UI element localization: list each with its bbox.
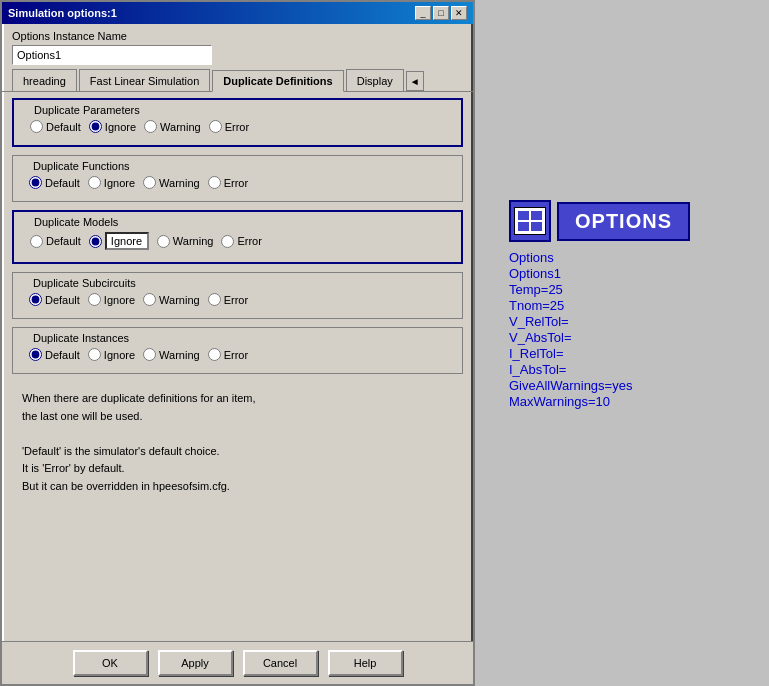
params-ignore[interactable]: Ignore <box>89 120 136 133</box>
subcircuits-warning[interactable]: Warning <box>143 293 200 306</box>
options-icon <box>509 200 551 242</box>
functions-warning[interactable]: Warning <box>143 176 200 189</box>
subcircuits-ignore[interactable]: Ignore <box>88 293 135 306</box>
option-item-2[interactable]: Temp=25 <box>509 282 749 297</box>
duplicate-parameters-legend: Duplicate Parameters <box>30 104 453 116</box>
main-content: Duplicate Parameters Default Ignore Warn… <box>2 92 473 684</box>
dialog-window: Simulation options:1 _ □ ✕ Options Insta… <box>0 0 475 686</box>
icon-cell-2 <box>531 211 542 220</box>
tab-threading[interactable]: hreading <box>12 69 77 91</box>
option-item-4[interactable]: V_RelTol= <box>509 314 749 329</box>
models-error[interactable]: Error <box>221 235 261 248</box>
options-header: OPTIONS <box>509 200 749 242</box>
models-ignore[interactable]: Ignore <box>89 232 149 250</box>
option-item-0[interactable]: Options <box>509 250 749 265</box>
options-title: OPTIONS <box>557 202 690 241</box>
tab-fast-linear[interactable]: Fast Linear Simulation <box>79 69 210 91</box>
duplicate-functions-options: Default Ignore Warning Error <box>21 172 454 193</box>
option-item-6[interactable]: I_RelTol= <box>509 346 749 361</box>
tab-display[interactable]: Display <box>346 69 404 91</box>
title-bar-controls: _ □ ✕ <box>415 6 467 20</box>
instance-name-input[interactable] <box>12 45 212 65</box>
tabs-container: hreading Fast Linear Simulation Duplicat… <box>2 69 473 92</box>
duplicate-subcircuits-legend: Duplicate Subcircuits <box>29 277 454 289</box>
info-line-5: But it can be overridden in hpeesofsim.c… <box>22 478 453 496</box>
instances-ignore[interactable]: Ignore <box>88 348 135 361</box>
title-bar: Simulation options:1 _ □ ✕ <box>2 2 473 24</box>
duplicate-instances-group: Duplicate Instances Default Ignore Warni… <box>12 327 463 374</box>
option-item-7[interactable]: I_AbsTol= <box>509 362 749 377</box>
option-item-5[interactable]: V_AbsTol= <box>509 330 749 345</box>
duplicate-functions-legend: Duplicate Functions <box>29 160 454 172</box>
info-line-3: 'Default' is the simulator's default cho… <box>22 443 453 461</box>
icon-cell-4 <box>531 222 542 231</box>
duplicate-instances-options: Default Ignore Warning Error <box>21 344 454 365</box>
tab-duplicate-definitions[interactable]: Duplicate Definitions <box>212 70 343 92</box>
models-default[interactable]: Default <box>30 235 81 248</box>
icon-cell-3 <box>518 222 529 231</box>
duplicate-functions-group: Duplicate Functions Default Ignore Warni… <box>12 155 463 202</box>
instance-name-area: Options Instance Name <box>2 24 473 69</box>
duplicate-subcircuits-group: Duplicate Subcircuits Default Ignore War… <box>12 272 463 319</box>
subcircuits-error[interactable]: Error <box>208 293 248 306</box>
functions-error[interactable]: Error <box>208 176 248 189</box>
close-button[interactable]: ✕ <box>451 6 467 20</box>
option-item-3[interactable]: Tnom=25 <box>509 298 749 313</box>
functions-ignore[interactable]: Ignore <box>88 176 135 189</box>
tab-scroll-arrow[interactable]: ◄ <box>406 71 424 91</box>
ignore-badge: Ignore <box>105 232 149 250</box>
scrollable-content: Duplicate Parameters Default Ignore Warn… <box>2 92 473 684</box>
option-item-9[interactable]: MaxWarnings=10 <box>509 394 749 409</box>
duplicate-instances-legend: Duplicate Instances <box>29 332 454 344</box>
instance-name-label: Options Instance Name <box>12 30 463 42</box>
icon-cell-1 <box>518 211 529 220</box>
instances-error[interactable]: Error <box>208 348 248 361</box>
duplicate-models-group: Duplicate Models Default Ignore Warning … <box>12 210 463 264</box>
apply-button[interactable]: Apply <box>158 650 233 676</box>
option-item-1[interactable]: Options1 <box>509 266 749 281</box>
info-line-1: When there are duplicate definitions for… <box>22 390 453 408</box>
models-warning[interactable]: Warning <box>157 235 214 248</box>
instances-warning[interactable]: Warning <box>143 348 200 361</box>
info-line-4: It is 'Error' by default. <box>22 460 453 478</box>
duplicate-parameters-options: Default Ignore Warning Error <box>22 116 453 137</box>
cancel-button[interactable]: Cancel <box>243 650 318 676</box>
ok-button[interactable]: OK <box>73 650 148 676</box>
params-error[interactable]: Error <box>209 120 249 133</box>
info-text: When there are duplicate definitions for… <box>12 382 463 504</box>
duplicate-models-legend: Duplicate Models <box>30 216 453 228</box>
params-warning[interactable]: Warning <box>144 120 201 133</box>
options-panel: OPTIONS Options Options1 Temp=25 Tnom=25… <box>509 200 749 409</box>
maximize-button[interactable]: □ <box>433 6 449 20</box>
help-button[interactable]: Help <box>328 650 403 676</box>
options-icon-inner <box>514 207 546 235</box>
duplicate-parameters-group: Duplicate Parameters Default Ignore Warn… <box>12 98 463 147</box>
info-line-2: the last one will be used. <box>22 408 453 426</box>
subcircuits-default[interactable]: Default <box>29 293 80 306</box>
params-default[interactable]: Default <box>30 120 81 133</box>
minimize-button[interactable]: _ <box>415 6 431 20</box>
button-row: OK Apply Cancel Help <box>2 641 473 684</box>
duplicate-models-options: Default Ignore Warning Error <box>22 228 453 254</box>
dialog-title: Simulation options:1 <box>8 7 117 19</box>
options-list: Options Options1 Temp=25 Tnom=25 V_RelTo… <box>509 250 749 409</box>
duplicate-subcircuits-options: Default Ignore Warning Error <box>21 289 454 310</box>
instances-default[interactable]: Default <box>29 348 80 361</box>
option-item-8[interactable]: GiveAllWarnings=yes <box>509 378 749 393</box>
functions-default[interactable]: Default <box>29 176 80 189</box>
